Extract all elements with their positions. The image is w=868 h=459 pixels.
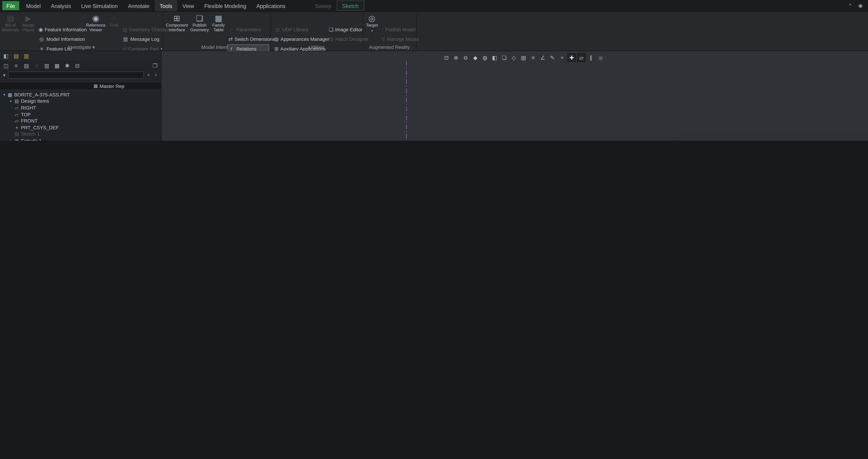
pause-icon[interactable]: ∥ [587, 53, 595, 61]
tree-item-top[interactable]: ▱TOP [0, 111, 161, 118]
appearances-manager-icon: ◍ [274, 36, 279, 42]
family-table-icon: ▦ [215, 13, 222, 23]
tab-flexible-modeling[interactable]: Flexible Modeling [199, 0, 251, 11]
tab-applications[interactable]: Applications [251, 0, 290, 11]
reference-viewer-button[interactable]: ◉Reference Viewer [86, 13, 105, 41]
filter-icon[interactable]: ▼ [2, 73, 6, 77]
tab-view[interactable]: View [178, 0, 199, 11]
tree-item-label: PRT_CSYS_DEF [21, 125, 59, 131]
component-interface-button[interactable]: ⊞Component Interface [165, 13, 188, 41]
tree-filter-input[interactable] [8, 71, 144, 79]
publish-geometry-label: Publish Geometry [189, 23, 210, 32]
relations-label: Relations [237, 46, 256, 52]
ribbon: Investigate ▾ Model Intent ▾ Utilities A… [0, 12, 868, 51]
ar-view-icon[interactable]: ▣ [596, 53, 605, 61]
collapse-all-icon[interactable]: ⊟ [73, 62, 81, 69]
tab-sketch[interactable]: Sketch [336, 1, 364, 11]
publish-geometry-icon: ❏ [196, 13, 203, 23]
zoom-out-icon[interactable]: ⊖ [461, 53, 470, 61]
component-interface-label: Component Interface [165, 23, 188, 32]
udf-library-button[interactable]: ▥UDF Library [273, 25, 325, 33]
image-editor-label: Image Editor [335, 26, 362, 32]
folder-browser-icon[interactable]: ▤ [12, 53, 20, 59]
saved-orientations-icon[interactable]: ▤ [519, 53, 528, 61]
tree-item-design-items[interactable]: ▸▤Design Items [0, 98, 161, 105]
datum-display-icon[interactable]: ∠ [538, 53, 547, 61]
geometry-checks-button[interactable]: ▧Geometry Checks [121, 25, 161, 33]
sketch-display-icon[interactable]: ▱ [577, 53, 586, 61]
parameters-label: Parameters [237, 26, 261, 32]
tree-item-label: Sketch 1 [21, 131, 40, 137]
user-icon[interactable]: ◉ [857, 3, 864, 8]
tree-filter-settings-icon[interactable]: ✱ [64, 62, 71, 69]
tab-annotate[interactable]: Annotate [123, 0, 155, 11]
message-log-button[interactable]: ▥Message Log [121, 35, 161, 43]
image-editor-button[interactable]: ❏Image Editor [328, 25, 362, 33]
design-items-icon: ▤ [13, 98, 20, 104]
family-table-button[interactable]: ▦Family Table [211, 13, 226, 41]
parameters-button[interactable]: =Parameters [227, 25, 269, 33]
gallery-icon[interactable]: ❏ [500, 53, 508, 61]
bill-of-materials-button[interactable]: ▤Bill of Materials [2, 13, 19, 41]
switch-dimensions-button[interactable]: ⇄Switch Dimensions [227, 35, 269, 43]
part-icon: ▦ [7, 92, 13, 97]
tree-style-icon[interactable]: ▦ [53, 62, 61, 69]
tree-expand-icon[interactable]: ▸ [8, 99, 13, 104]
filter-clear-icon[interactable]: × [146, 72, 151, 78]
tree-expand-icon[interactable]: ▾ [2, 92, 7, 97]
tab-live-simulation[interactable]: Live Simulation [76, 0, 123, 11]
publish-geometry-button[interactable]: ❏Publish Geometry [189, 13, 210, 41]
minimize-icon[interactable]: ⊖ [867, 3, 868, 8]
appearances-manager-button[interactable]: ◍Appearances Manager [273, 35, 325, 43]
view-manager-icon[interactable]: ≡ [529, 53, 537, 61]
compare-part-icon: ⇄ [122, 46, 127, 52]
shading-icon[interactable]: ◍ [481, 53, 489, 61]
tree-columns-icon[interactable]: ▥ [43, 62, 50, 69]
tab-sweep[interactable]: Sweep [310, 0, 336, 11]
tab-model[interactable]: Model [21, 0, 46, 11]
feature-information-label: Feature Information [44, 26, 87, 32]
layer-tree-icon[interactable]: ≡ [12, 62, 20, 69]
tree-item-front[interactable]: ▱FRONT [0, 118, 161, 124]
target-button[interactable]: ◎Target▾ [365, 13, 379, 41]
spin-center-icon[interactable]: + [558, 53, 566, 61]
csys-icon: + [13, 125, 20, 131]
perspective-icon[interactable]: ◇ [510, 53, 518, 61]
zoom-in-icon[interactable]: ⊕ [452, 53, 460, 61]
display-style-icon[interactable]: ◧ [490, 53, 499, 61]
model-tree: ▾▦BORITE_A-375-ASS.PRT▸▤Design Items▱RIG… [0, 90, 161, 141]
refit-icon[interactable]: ⊡ [442, 53, 451, 61]
collapse-ribbon-icon[interactable]: ^ [847, 3, 854, 8]
model-tree-icon[interactable]: ◫ [2, 62, 9, 69]
find-icon: ◌ [112, 13, 116, 23]
detail-tree-icon[interactable]: ▤ [23, 62, 30, 69]
file-menu-button[interactable]: File [2, 1, 19, 10]
model-player-button[interactable]: ▶Model Player [21, 13, 36, 41]
extrude-icon: ▣ [13, 138, 20, 141]
annotation-display-icon[interactable]: ✎ [548, 53, 557, 61]
hatch-designer-button[interactable]: ▨Hatch Designer [328, 35, 362, 43]
hatch-designer-icon: ▨ [329, 36, 334, 42]
manage-model-button[interactable]: ⇅Manage Model [380, 35, 415, 43]
detach-panel-icon[interactable]: ❐ [151, 62, 159, 69]
publish-model-label: Publish Model [385, 26, 415, 32]
feature-information-button[interactable]: ◉Feature Information [37, 25, 86, 33]
open-folder-icon[interactable]: ▥ [23, 53, 30, 59]
tree-expand-icon[interactable]: ▸ [8, 139, 13, 141]
tree-item-extrude-1[interactable]: ▸▣Extrude 1 [0, 138, 161, 141]
repaint-icon[interactable]: ◆ [471, 53, 479, 61]
find-button[interactable]: ◌Find [106, 13, 121, 41]
tree-search-icon[interactable]: ◌ [33, 62, 40, 69]
tree-item-prt-csys-def[interactable]: +PRT_CSYS_DEF [0, 124, 161, 131]
graphics-area[interactable]: sd3 ⊡⊕⊖◆◍◧❏◇▤≡∠✎+✚▱∥▣ [162, 51, 868, 141]
dragger-icon[interactable]: ✚ [567, 53, 576, 61]
model-information-button[interactable]: ◎Model Information [37, 35, 86, 43]
publish-model-button[interactable]: ↑Publish Model [380, 25, 415, 33]
tab-analysis[interactable]: Analysis [46, 0, 76, 11]
tab-tools[interactable]: Tools [155, 0, 178, 11]
tree-item-sketch-1[interactable]: ▨Sketch 1 [0, 131, 161, 138]
navigator-toggle-icon[interactable]: ◧ [2, 53, 9, 59]
tree-item-right[interactable]: ▱RIGHT [0, 105, 161, 111]
tree-item-borite-a-375-ass-prt[interactable]: ▾▦BORITE_A-375-ASS.PRT [0, 91, 161, 98]
filter-add-icon[interactable]: + [153, 72, 159, 78]
